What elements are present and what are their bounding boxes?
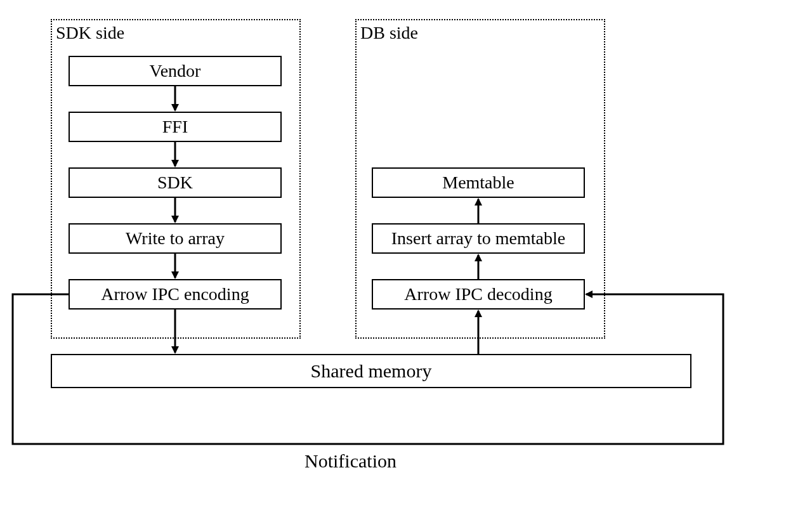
node-sdk: SDK [69,167,282,198]
node-vendor: Vendor [69,56,282,86]
label-notification: Notification [304,450,396,472]
node-shared-memory: Shared memory [51,354,691,388]
node-ffi: FFI [69,112,282,142]
node-memtable: Memtable [372,167,585,198]
group-db-side-title: DB side [360,23,418,43]
node-insert-array-to-memtable: Insert array to memtable [372,223,585,254]
node-write-to-array: Write to array [69,223,282,254]
node-arrow-ipc-decoding: Arrow IPC decoding [372,279,585,310]
diagram-stage: SDK side DB side Vendor FFI SDK Write to… [0,0,812,515]
group-sdk-side-title: SDK side [56,23,124,43]
node-arrow-ipc-encoding: Arrow IPC encoding [69,279,282,310]
